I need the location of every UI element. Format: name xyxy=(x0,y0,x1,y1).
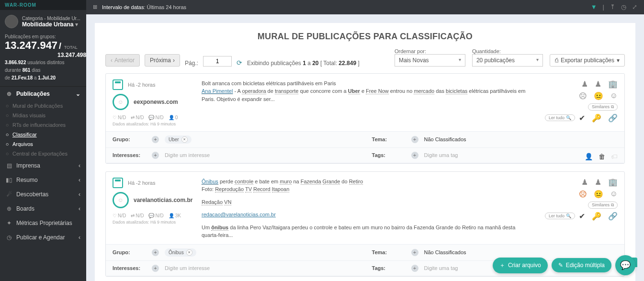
post-card: Há -2 horas ☺ eexponews.com ♡N/D ⇄N/D 💬N… xyxy=(105,73,625,164)
criar-arquivo-button[interactable]: ＋Criar arquivo xyxy=(493,258,548,273)
app-name: WAR-ROOM xyxy=(0,0,86,10)
person-icon[interactable]: ♟ xyxy=(581,178,588,187)
nav-rts[interactable]: ○RTs de influenciadores xyxy=(0,120,86,130)
add-tema[interactable]: + xyxy=(411,136,418,143)
chevron-left-icon: ‹ xyxy=(79,177,80,183)
next-button[interactable]: Próxima› xyxy=(145,54,180,67)
chevron-down-icon: ⌄ xyxy=(76,90,80,97)
add-interesse[interactable]: + xyxy=(152,152,159,159)
nav-publicar[interactable]: ◷Publicar e Agendar‹ xyxy=(0,230,86,245)
add-tag[interactable]: + xyxy=(411,152,418,159)
interesses-input[interactable]: Digite um interesse xyxy=(165,152,210,158)
nav-metricas[interactable]: ✦Métricas Proprietárias xyxy=(0,216,86,230)
export-icon: ⎙ xyxy=(555,57,558,64)
share-icon: ⇄ xyxy=(131,213,135,218)
check-icon[interactable]: ✔ xyxy=(579,212,585,221)
interesses-input[interactable]: Digite um interesse xyxy=(165,265,210,271)
post-updated: Dados atualizados: Há 9 minutos xyxy=(113,220,194,225)
post-source: eexponews.com xyxy=(134,99,178,105)
date-range-label: Intervalo de datas xyxy=(102,4,144,10)
nav-midias[interactable]: ○Mídias visuais xyxy=(0,111,86,120)
chevron-down-icon[interactable]: ▾ xyxy=(75,21,78,28)
sentiment-sad-icon[interactable]: ☹ xyxy=(579,190,587,199)
person-icon[interactable]: ♟ xyxy=(595,178,601,187)
link[interactable]: Ônibus xyxy=(202,179,218,185)
grupo-chip: Ônibus× xyxy=(165,248,196,257)
boards-icon: ⊕ xyxy=(6,205,12,212)
expand-icon[interactable]: ⤢ xyxy=(632,3,637,11)
category-selector[interactable]: Categoria - Mobilidade Ur... Mobilidade … xyxy=(0,10,86,32)
tags-input[interactable]: Digite uma tag xyxy=(424,152,458,158)
nav-arquivos[interactable]: ○Arquivos xyxy=(0,139,86,149)
post-time: Há -2 horas xyxy=(128,180,155,186)
prev-button[interactable]: ‹Anterior xyxy=(105,54,140,67)
trash-icon[interactable]: 🗑 xyxy=(599,153,605,160)
reach-icon: 👤 xyxy=(169,115,174,120)
key-icon[interactable]: 🔑 xyxy=(592,212,601,221)
filter-icon[interactable]: ▼ xyxy=(591,3,597,11)
building-icon[interactable]: 🏢 xyxy=(608,178,618,187)
reach-icon: 👤 xyxy=(169,213,174,218)
sentiment-happy-icon[interactable]: ☺ xyxy=(610,91,618,101)
nav-publicacoes[interactable]: ⊕Publicações ⌄ xyxy=(0,87,86,101)
post-time: Há -2 horas xyxy=(128,82,155,88)
export-button[interactable]: ⎙Exportar publicações▾ xyxy=(550,54,625,67)
nav-descobertas[interactable]: ☄Descobertas‹ xyxy=(0,187,86,202)
assign-user-icon[interactable]: 👤 xyxy=(585,153,593,160)
sentiment-neutral-icon[interactable]: 😐 xyxy=(594,190,603,199)
edit-icon: ✎ xyxy=(558,262,563,269)
nav-classificar[interactable]: ○Classificar xyxy=(0,130,86,139)
person-icon[interactable]: ♟ xyxy=(581,79,588,89)
check-icon[interactable]: ✔ xyxy=(579,113,585,123)
add-grupo[interactable]: + xyxy=(152,136,159,143)
building-icon[interactable]: 🏢 xyxy=(608,79,618,89)
person-icon[interactable]: ♟ xyxy=(595,79,601,89)
lertudo-button[interactable]: Ler tudo 🔍 xyxy=(545,114,575,121)
grupo-label: Grupo: xyxy=(113,136,146,142)
history-icon[interactable]: ◷ xyxy=(621,3,626,11)
lertudo-button[interactable]: Ler tudo 🔍 xyxy=(545,213,575,219)
nav-central[interactable]: ○Central de Exportações xyxy=(0,149,86,158)
stats-big-number: 13.247.947 xyxy=(5,39,57,51)
nav-boards[interactable]: ⊕Boards‹ xyxy=(0,202,86,216)
sentiment-happy-icon[interactable]: ☺ xyxy=(610,190,618,199)
similares-button[interactable]: Similares ⧉ xyxy=(588,202,618,209)
similares-button[interactable]: Similares ⧉ xyxy=(588,103,618,111)
refresh-icon[interactable]: ⟳ xyxy=(237,59,242,67)
link-icon[interactable]: 🔗 xyxy=(608,212,618,221)
nav-mural[interactable]: ○Mural de Publicações xyxy=(0,101,86,111)
author-avatar: ☺ xyxy=(113,94,129,110)
nav-resumo[interactable]: ▮▯Resumo‹ xyxy=(0,173,86,187)
upload-icon[interactable]: ⤒ xyxy=(610,3,615,11)
post-metrics: ♡N/D ⇄N/D 💬N/D 👤0 xyxy=(113,115,194,120)
qty-label: Quantidade: xyxy=(472,48,543,54)
sentiment-sad-icon[interactable]: ☹ xyxy=(579,91,587,101)
chart-icon: ▮▯ xyxy=(6,177,12,183)
chip-remove[interactable]: × xyxy=(186,249,192,256)
link[interactable]: Ana Pimentel xyxy=(202,88,233,94)
nav-imprensa[interactable]: ▤Imprensa‹ xyxy=(0,158,86,173)
email-link[interactable]: redacao@varelanoticias.com.br xyxy=(202,212,276,217)
page-input[interactable] xyxy=(203,56,232,67)
tags-input[interactable]: Digite uma tag xyxy=(424,265,458,271)
tag-icon[interactable]: 🏷 xyxy=(611,153,618,160)
add-tema[interactable]: + xyxy=(411,249,418,256)
key-icon[interactable]: 🔑 xyxy=(592,113,601,123)
chat-button[interactable]: 💬 xyxy=(615,255,635,275)
add-tag[interactable]: + xyxy=(411,265,418,272)
interesses-label: Interesses: xyxy=(113,265,146,271)
tema-label: Tema: xyxy=(372,136,406,142)
chip-remove[interactable]: × xyxy=(181,136,188,143)
bulb-icon: ☄ xyxy=(6,191,12,198)
qty-select[interactable]: 20 publicações xyxy=(472,54,543,67)
pagination-controls: ‹Anterior Próxima› Pág.: ⟳ Exibindo publ… xyxy=(105,48,625,67)
edicao-multipla-button[interactable]: ✎Edição múltipla xyxy=(552,258,611,272)
add-grupo[interactable]: + xyxy=(152,249,159,256)
link-icon[interactable]: 🔗 xyxy=(608,113,618,123)
heart-icon: ♡ xyxy=(113,115,117,120)
grid-icon[interactable]: ⊞ xyxy=(93,4,97,10)
sentiment-neutral-icon[interactable]: 😐 xyxy=(594,91,603,101)
add-interesse[interactable]: + xyxy=(152,265,159,272)
comment-icon: 💬 xyxy=(148,115,154,120)
order-select[interactable]: Mais Novas xyxy=(395,54,465,67)
